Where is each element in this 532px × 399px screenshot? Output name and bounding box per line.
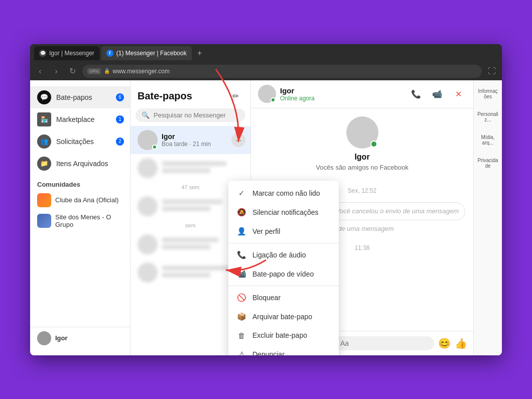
- archive-icon: 📦: [236, 312, 246, 321]
- requests-badge: 2: [116, 138, 124, 146]
- search-box[interactable]: 🔍: [136, 108, 245, 122]
- browser-window: 💬 Igor | Messenger f (1) Messenger | Fac…: [30, 44, 502, 355]
- address-text: www.messenger.com: [113, 68, 170, 75]
- fullscreen-button[interactable]: ⛶: [486, 65, 498, 77]
- menu-item-video-call[interactable]: 📹 Bate-papo de vídeo: [228, 264, 339, 284]
- menu-item-audio-call[interactable]: 📞 Ligação de áudio: [228, 245, 339, 264]
- blurred-text-1: [162, 161, 243, 175]
- info-panel-privacy[interactable]: Privacidade: [474, 154, 502, 173]
- audio-call-button[interactable]: 📞: [408, 86, 424, 102]
- tab-2[interactable]: f (1) Messenger | Facebook: [101, 46, 192, 60]
- menu-item-mark-unread[interactable]: ✓ Marcar como não lido: [228, 184, 339, 203]
- community-1[interactable]: Clube da Ana (Oficial): [30, 190, 130, 210]
- refresh-button[interactable]: ↻: [66, 65, 78, 77]
- menu-divider-1: [228, 243, 339, 243]
- sidebar-item-chats[interactable]: 💬 Bate-papos 6: [30, 86, 130, 108]
- chat-item-igor[interactable]: Igor Boa tarde · 21 min ···: [130, 126, 250, 154]
- blurred-avatar-1: [138, 158, 158, 178]
- chat-avatar-igor: [138, 130, 158, 150]
- menu-label-mark-unread: Marcar como não lido: [252, 189, 320, 197]
- contact-avatar-center: [346, 116, 378, 149]
- search-input[interactable]: [154, 111, 239, 119]
- blurred-chat-1: [130, 154, 250, 182]
- chat-more-button[interactable]: ···: [231, 133, 245, 147]
- marketplace-badge: 1: [116, 115, 124, 123]
- new-tab-button[interactable]: +: [194, 47, 206, 59]
- sidebar-item-chats-label: Bate-papos: [56, 93, 92, 101]
- community-1-label: Clube da Ana (Oficial): [55, 196, 118, 204]
- emoji-reaction-button[interactable]: 😊: [438, 337, 451, 349]
- menu-item-report[interactable]: ⚠ Denunciar: [228, 345, 339, 355]
- friends-notice: Vocês são amigos no Facebook: [259, 164, 465, 171]
- communities-label: Comunidades: [30, 175, 130, 190]
- forward-button[interactable]: ›: [50, 65, 62, 77]
- header-info: Igor Online agora: [280, 86, 315, 102]
- menu-label-delete: Excluir bate-papo: [252, 331, 307, 339]
- header-contact-name: Igor: [280, 86, 315, 95]
- context-menu: ✓ Marcar como não lido 🔕 Silenciar notif…: [228, 181, 339, 355]
- sidebar-item-marketplace[interactable]: 🏪 Marketplace 1: [30, 108, 130, 130]
- mute-icon: 🔕: [236, 208, 246, 217]
- menu-divider-2: [228, 286, 339, 286]
- chat-list-title: Bate-papos: [138, 90, 192, 102]
- menu-item-block[interactable]: 🚫 Bloquear: [228, 288, 339, 307]
- lock-icon: 🔒: [104, 68, 110, 74]
- menu-item-mute[interactable]: 🔕 Silenciar notificações: [228, 203, 339, 222]
- sidebar-item-requests[interactable]: 👥 Solicitações 2: [30, 130, 130, 153]
- sidebar-item-archived[interactable]: 📁 Itens Arquivados: [30, 153, 130, 175]
- header-online-dot: [271, 97, 276, 102]
- community-2[interactable]: Site dos Menes - O Grupo: [30, 210, 130, 231]
- menu-label-archive: Arquivar bate-papo: [252, 313, 312, 321]
- info-panel-media[interactable]: Mídia, arq...: [474, 130, 502, 150]
- chat-header-actions: 📞 📹 ✕: [408, 86, 466, 102]
- info-panel: Informações Personaliz... Mídia, arq... …: [473, 80, 502, 355]
- archived-icon: 📁: [37, 157, 51, 171]
- tab-2-label: (1) Messenger | Facebook: [116, 50, 187, 57]
- tab-1[interactable]: 💬 Igor | Messenger: [34, 46, 99, 60]
- app-content: 💬 Bate-papos 6 🏪 Marketplace 1 👥 Solicit…: [30, 80, 502, 355]
- community-1-avatar: [37, 193, 51, 207]
- sidebar-item-requests-label: Solicitações: [56, 138, 94, 146]
- chats-icon: 💬: [37, 90, 51, 104]
- phone-icon: 📞: [236, 250, 246, 259]
- info-panel-info[interactable]: Informações: [474, 84, 502, 103]
- menu-item-archive[interactable]: 📦 Arquivar bate-papo: [228, 307, 339, 326]
- menu-label-audio-call: Ligação de áudio: [252, 251, 306, 259]
- friend-notice: Igor Vocês são amigos no Facebook: [259, 116, 465, 179]
- community-2-label: Site dos Menes - O Grupo: [55, 213, 123, 228]
- contact-online-dot: [370, 141, 377, 148]
- info-panel-personalize[interactable]: Personaliz...: [474, 107, 502, 126]
- check-icon: ✓: [236, 189, 246, 198]
- user-bar: Igor: [30, 327, 130, 349]
- online-indicator: [152, 145, 157, 150]
- message-input[interactable]: [334, 336, 434, 350]
- chat-header: Igor Online agora 📞 📹 ✕: [251, 80, 473, 108]
- video-icon: 📹: [236, 270, 246, 279]
- requests-icon: 👥: [37, 135, 51, 149]
- menu-label-video-call: Bate-papo de vídeo: [252, 270, 314, 278]
- address-bar[interactable]: VPN 🔒 www.messenger.com: [82, 65, 482, 78]
- video-call-button[interactable]: 📹: [429, 86, 445, 102]
- compose-button[interactable]: ✏: [227, 88, 243, 104]
- tab-1-icon: 💬: [39, 50, 46, 57]
- menu-item-view-profile[interactable]: 👤 Ver perfil: [228, 222, 339, 241]
- chat-header-left: Igor Online agora: [258, 85, 315, 103]
- chat-list-panel: Bate-papos ✏ 🔍 Igor Boa tarde · 21 min ·…: [130, 80, 251, 355]
- menu-label-block: Bloquear: [252, 294, 281, 302]
- tab-1-label: Igor | Messenger: [49, 50, 94, 57]
- block-icon: 🚫: [236, 293, 246, 302]
- header-avatar: [258, 85, 276, 103]
- sidebar-item-archived-label: Itens Arquivados: [56, 160, 108, 168]
- contact-name-center: Igor: [259, 153, 465, 162]
- sidebar-item-marketplace-label: Marketplace: [56, 115, 94, 123]
- blurred-avatar-2: [138, 196, 158, 216]
- close-chat-button[interactable]: ✕: [450, 86, 466, 102]
- menu-item-delete[interactable]: 🗑 Excluir bate-papo: [228, 326, 339, 345]
- back-button[interactable]: ‹: [34, 65, 46, 77]
- vpn-badge: VPN: [87, 68, 101, 74]
- browser-titlebar: 💬 Igor | Messenger f (1) Messenger | Fac…: [30, 44, 502, 62]
- user-avatar: [37, 331, 51, 345]
- marketplace-icon: 🏪: [37, 112, 51, 126]
- profile-icon: 👤: [236, 227, 246, 236]
- like-button[interactable]: 👍: [455, 337, 467, 349]
